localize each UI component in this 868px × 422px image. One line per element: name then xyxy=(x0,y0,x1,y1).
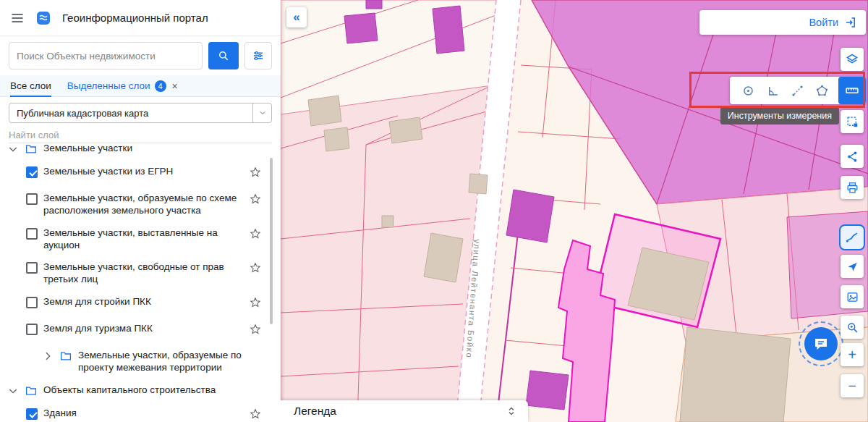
layer-label: Земельные участки из ЕГРН xyxy=(43,166,243,178)
favorite-star-icon[interactable] xyxy=(249,323,262,336)
layer-label: Земля для стройки ПКК xyxy=(43,296,243,308)
layer-group-row[interactable]: Объекты капитального строительства xyxy=(0,379,281,402)
navigation-icon xyxy=(846,260,859,274)
measure-tools-tooltip: Инструменты измерения xyxy=(720,107,839,125)
folder-icon xyxy=(25,143,38,156)
layer-checkbox[interactable] xyxy=(26,262,38,274)
layer-label: Земельные участки, выставленные на аукци… xyxy=(43,227,243,252)
selected-layers-badge: 4 xyxy=(155,80,166,92)
layer-star-button[interactable] xyxy=(249,408,262,422)
select-area-button[interactable] xyxy=(841,110,864,133)
clear-selected-layers-button[interactable]: × xyxy=(172,80,178,92)
layer-star-button[interactable] xyxy=(249,323,262,339)
layer-star-button[interactable] xyxy=(249,166,262,182)
search-filters-button[interactable] xyxy=(244,42,272,69)
layer-checkbox[interactable] xyxy=(26,166,38,178)
layer-group-row[interactable]: Земельные участки, образуемые по проекту… xyxy=(0,345,281,379)
layer-label: Земельные участки, свободные от прав тре… xyxy=(43,261,243,286)
layers-button[interactable] xyxy=(841,48,864,71)
login-icon xyxy=(844,16,857,29)
menu-button[interactable] xyxy=(10,11,25,25)
print-button[interactable] xyxy=(841,176,864,199)
hamburger-icon xyxy=(10,11,25,25)
chevron-right-icon[interactable] xyxy=(42,350,54,362)
layer-checkbox[interactable] xyxy=(26,324,38,335)
search-bar xyxy=(0,36,281,75)
measure-ruler-icon xyxy=(845,83,859,98)
favorite-star-icon[interactable] xyxy=(249,227,262,240)
tab-all-layers-label: Все слои xyxy=(10,80,51,91)
chevron-down-icon[interactable] xyxy=(7,385,19,397)
login-button[interactable]: Войти xyxy=(699,10,866,35)
layer-row[interactable]: Здания xyxy=(0,402,281,422)
folder-icon xyxy=(59,350,72,363)
legend-panel[interactable]: Легенда xyxy=(281,400,528,422)
favorite-star-icon[interactable] xyxy=(249,296,262,309)
layer-row[interactable]: Земля для стройки ПКК xyxy=(0,291,281,318)
base-layer-select-value: Публичная кадастровая карта xyxy=(9,104,252,122)
chevron-down-icon[interactable] xyxy=(7,143,19,155)
search-icon xyxy=(217,49,230,62)
layer-row[interactable]: Земля для туризма ПКК xyxy=(0,318,281,345)
sidebar: Геоинформационный портал Все слои Выделе… xyxy=(0,0,281,422)
map-container: улица Лейтенанта Бойко « Войти xyxy=(281,0,868,422)
search-location-button[interactable] xyxy=(841,316,864,339)
zoom-out-button[interactable]: − xyxy=(841,374,864,397)
share-button[interactable] xyxy=(841,145,864,168)
layer-checkbox[interactable] xyxy=(26,193,38,205)
map-canvas[interactable]: улица Лейтенанта Бойко xyxy=(281,0,868,422)
navigation-button[interactable] xyxy=(841,255,864,278)
layer-row[interactable]: Земельные участки, выставленные на аукци… xyxy=(0,222,281,257)
favorite-star-icon[interactable] xyxy=(249,193,262,206)
favorite-star-icon[interactable] xyxy=(249,408,262,421)
measure-area-button[interactable] xyxy=(809,80,834,101)
measure-distance-icon xyxy=(791,84,804,98)
layer-row[interactable]: Земельные участки из ЕГРН xyxy=(0,161,281,187)
favorite-star-icon[interactable] xyxy=(249,261,262,274)
measure-angle-icon xyxy=(766,84,780,98)
layer-star-button[interactable] xyxy=(249,296,262,313)
login-label: Войти xyxy=(809,17,838,28)
layer-checkbox[interactable] xyxy=(26,297,38,308)
layer-list-scrollbar[interactable] xyxy=(270,158,273,324)
layer-checkbox[interactable] xyxy=(26,228,38,240)
base-layer-select[interactable]: Публичная кадастровая карта xyxy=(9,103,272,123)
screenshot-button[interactable] xyxy=(841,285,864,308)
select-caret-button[interactable] xyxy=(252,104,271,122)
draw-tool-button[interactable] xyxy=(839,224,865,250)
legend-toggle-button[interactable] xyxy=(505,405,518,418)
tab-selected-layers-label: Выделенные слои xyxy=(67,80,150,91)
layer-star-button[interactable] xyxy=(249,261,262,278)
layer-row[interactable]: Земельные участки, свободные от прав тре… xyxy=(0,256,281,291)
share-icon xyxy=(846,150,859,164)
sidebar-collapse-button[interactable]: « xyxy=(286,7,307,28)
search-input[interactable] xyxy=(9,42,203,69)
layer-tabs: Все слои Выделенные слои 4 × xyxy=(0,75,281,97)
measure-point-button[interactable] xyxy=(736,80,760,101)
layer-row[interactable]: Земельные участки, образуемые по схеме р… xyxy=(0,187,281,222)
layer-star-button[interactable] xyxy=(249,227,262,244)
measure-angle-button[interactable] xyxy=(760,80,785,101)
chat-icon xyxy=(812,335,830,353)
layer-label: Земельные участки xyxy=(43,143,262,155)
layer-label: Здания xyxy=(43,408,243,420)
folder-icon xyxy=(25,384,38,397)
chat-button[interactable] xyxy=(804,327,838,360)
app-logo xyxy=(35,9,52,27)
tab-all-layers[interactable]: Все слои xyxy=(10,75,51,96)
measure-area-icon xyxy=(815,84,829,98)
layer-filter-input[interactable] xyxy=(9,127,272,143)
geo-portal-app: Геоинформационный портал Все слои Выделе… xyxy=(0,0,868,422)
layer-checkbox[interactable] xyxy=(26,408,38,420)
favorite-star-icon[interactable] xyxy=(249,166,262,179)
search-button[interactable] xyxy=(208,42,239,69)
select-area-icon xyxy=(846,115,859,129)
measure-distance-button[interactable] xyxy=(785,80,809,101)
layer-star-button[interactable] xyxy=(249,193,262,209)
app-title: Геоинформационный портал xyxy=(62,12,208,24)
layer-group-row[interactable]: Земельные участки xyxy=(0,143,281,161)
draw-icon xyxy=(845,230,859,245)
measure-ruler-button[interactable] xyxy=(838,77,866,104)
zoom-in-button[interactable]: + xyxy=(841,343,864,366)
tab-selected-layers[interactable]: Выделенные слои 4 × xyxy=(67,75,178,96)
